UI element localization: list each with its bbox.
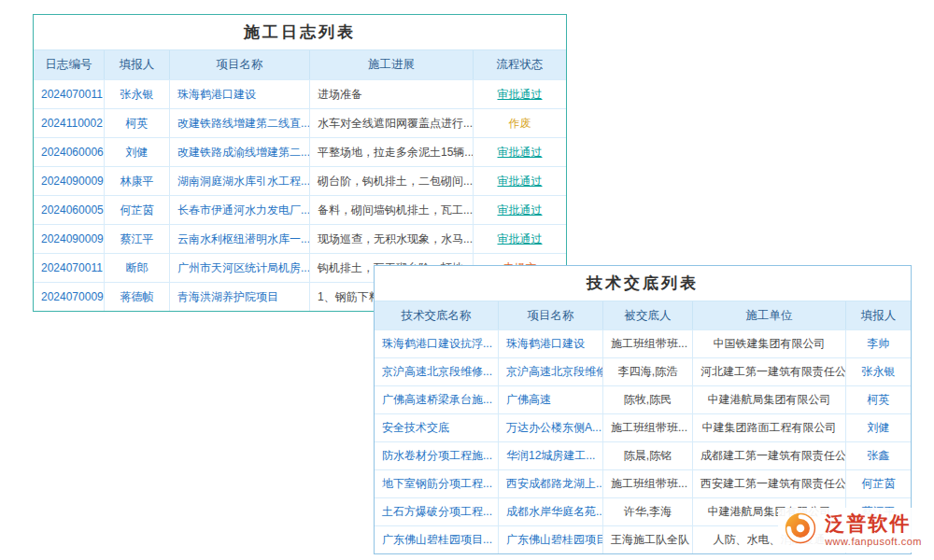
unit-cell: 成都建工第一建筑有限责任公司 [692,441,845,469]
column-header-flow-status: 流程状态 [473,50,566,79]
progress-cell: 水车对全线遮阳网覆盖点进行... [309,108,473,137]
log-id-cell[interactable]: 2024060006 [34,137,104,166]
receiver-cell: 陈牧,陈民 [602,385,692,413]
reporter-cell[interactable]: 林康平 [104,166,169,195]
unit-cell: 中建集团路面工程有限公司 [692,413,845,441]
log-id-cell[interactable]: 2024110002 [34,108,104,137]
status-cell[interactable]: 审批通过 [473,195,566,224]
log-table-row[interactable]: 2024110002 柯英 改建铁路线增建第二线直... 水车对全线遮阳网覆盖点… [34,108,566,137]
column-header-unit: 施工单位 [692,301,845,329]
log-table-row[interactable]: 2024070011 张永银 珠海鹤港口建设 进场准备 审批通过 [34,79,566,108]
project-cell[interactable]: 珠海鹤港口建设 [498,329,602,357]
reporter-cell[interactable]: 刘健 [845,413,911,441]
log-id-cell[interactable]: 2024070011 [34,253,104,282]
progress-cell: 备料，砌间墙钩机排土，瓦工... [309,195,473,224]
reporter-cell[interactable]: 张鑫 [845,441,911,469]
reporter-cell[interactable]: 李帅 [845,329,911,357]
project-cell[interactable]: 华润12城房建工... [498,441,602,469]
disclosure-name-cell[interactable]: 地下室钢筋分项工程... [375,469,498,497]
project-cell[interactable]: 改建铁路线增建第二线直... [169,108,309,137]
column-header-disclosure-name: 技术交底名称 [375,301,498,329]
unit-cell: 中国铁建集团有限公司 [692,329,845,357]
fanpu-brand-name: 泛普软件 [825,513,911,535]
column-header-project: 项目名称 [169,50,309,79]
reporter-cell[interactable]: 张永银 [104,79,169,108]
reporter-cell[interactable]: 蔡江平 [104,224,169,253]
log-id-cell[interactable]: 2024090009 [34,166,104,195]
project-cell[interactable]: 湖南洞庭湖水库引水工程... [169,166,309,195]
disclosure-name-cell[interactable]: 珠海鹤港口建设抗浮... [375,329,498,357]
disclosure-table-row[interactable]: 安全技术交底 万达办公楼东侧A... 施工班组带班... 中建集团路面工程有限公… [375,413,911,441]
disclosure-name-cell[interactable]: 广佛高速桥梁承台施... [375,385,498,413]
column-header-reporter: 填报人 [845,301,911,329]
receiver-cell: 陈晨,陈铭 [602,441,692,469]
project-cell[interactable]: 珠海鹤港口建设 [169,79,309,108]
column-header-reporter: 填报人 [104,50,169,79]
receiver-cell: 施工班组带班... [602,469,692,497]
unit-cell: 中建港航局集团有限公司 [692,385,845,413]
project-cell[interactable]: 成都水岸华庭名苑... [498,497,602,525]
column-header-log-id: 日志编号 [34,50,104,79]
reporter-cell[interactable]: 柯英 [845,385,911,413]
column-header-progress: 施工进展 [309,50,473,79]
progress-cell: 平整场地，拉走多余泥土15辆... [309,137,473,166]
disclosure-table-row[interactable]: 广佛高速桥梁承台施... 广佛高速 陈牧,陈民 中建港航局集团有限公司 柯英 [375,385,911,413]
disclosure-table-row[interactable]: 珠海鹤港口建设抗浮... 珠海鹤港口建设 施工班组带班... 中国铁建集团有限公… [375,329,911,357]
reporter-cell[interactable]: 刘健 [104,137,169,166]
disclosure-name-cell[interactable]: 广东佛山碧桂园项目... [375,525,498,553]
receiver-cell: 王海施工队全队 [602,525,692,553]
reporter-cell[interactable]: 何芷茵 [845,469,911,497]
receiver-cell: 施工班组带班... [602,413,692,441]
status-cell[interactable]: 审批通过 [473,79,566,108]
log-table-row[interactable]: 2024060005 何芷茵 长春市伊通河水力发电厂... 备料，砌间墙钩机排土… [34,195,566,224]
receiver-cell: 施工班组带班... [602,329,692,357]
status-cell[interactable]: 审批通过 [473,166,566,195]
disclosure-name-cell[interactable]: 京沪高速北京段维修... [375,357,498,385]
unit-cell: 河北建工第一建筑有限责任公司 [692,357,845,385]
log-id-cell[interactable]: 2024070011 [34,79,104,108]
status-cell[interactable]: 审批通过 [473,224,566,253]
unit-cell: 西安建工第一建筑有限责任公司 [692,469,845,497]
project-cell[interactable]: 西安成都路龙湖上... [498,469,602,497]
progress-cell: 进场准备 [309,79,473,108]
project-cell[interactable]: 云南水利枢纽潜明水库一... [169,224,309,253]
disclosure-name-cell[interactable]: 安全技术交底 [375,413,498,441]
construction-log-header: 日志编号 填报人 项目名称 施工进展 流程状态 [34,50,566,79]
reporter-cell[interactable]: 柯英 [104,108,169,137]
reporter-cell[interactable]: 断郎 [104,253,169,282]
progress-cell: 现场巡查，无积水现象，水马... [309,224,473,253]
project-cell[interactable]: 万达办公楼东侧A... [498,413,602,441]
receiver-cell: 李四海,陈浩 [602,357,692,385]
project-cell[interactable]: 改建铁路成渝线增建第二... [169,137,309,166]
status-cell[interactable]: 作废 [473,108,566,137]
reporter-cell[interactable]: 张永银 [845,357,911,385]
fanpu-url: www.fanpusoft.com [825,536,922,547]
receiver-cell: 许华,李海 [602,497,692,525]
progress-cell: 砌台阶，钩机排土，二包砌间... [309,166,473,195]
log-table-row[interactable]: 2024090009 蔡江平 云南水利枢纽潜明水库一... 现场巡查，无积水现象… [34,224,566,253]
disclosure-name-cell[interactable]: 防水卷材分项工程施... [375,441,498,469]
disclosure-table-row[interactable]: 防水卷材分项工程施... 华润12城房建工... 陈晨,陈铭 成都建工第一建筑有… [375,441,911,469]
fanpu-logo-icon [783,511,818,550]
project-cell[interactable]: 广东佛山碧桂园项目 [498,525,602,553]
log-table-row[interactable]: 2024060006 刘健 改建铁路成渝线增建第二... 平整场地，拉走多余泥土… [34,137,566,166]
project-cell[interactable]: 广佛高速 [498,385,602,413]
project-cell[interactable]: 长春市伊通河水力发电厂... [169,195,309,224]
project-cell[interactable]: 京沪高速北京段维修 [498,357,602,385]
fanpu-watermark: 泛普软件 www.fanpusoft.com [778,508,927,553]
disclosure-table-row[interactable]: 地下室钢筋分项工程... 西安成都路龙湖上... 施工班组带班... 西安建工第… [375,469,911,497]
project-cell[interactable]: 青海洪湖养护院项目 [169,282,309,311]
reporter-cell[interactable]: 何芷茵 [104,195,169,224]
log-table-row[interactable]: 2024090009 林康平 湖南洞庭湖水库引水工程... 砌台阶，钩机排土，二… [34,166,566,195]
reporter-cell[interactable]: 蒋德帧 [104,282,169,311]
project-cell[interactable]: 广州市天河区统计局机房... [169,253,309,282]
disclosure-name-cell[interactable]: 土石方爆破分项工程... [375,497,498,525]
column-header-project-name: 项目名称 [498,301,602,329]
technical-disclosure-header: 技术交底名称 项目名称 被交底人 施工单位 填报人 [375,301,911,329]
disclosure-table-row[interactable]: 京沪高速北京段维修... 京沪高速北京段维修 李四海,陈浩 河北建工第一建筑有限… [375,357,911,385]
log-id-cell[interactable]: 2024060005 [34,195,104,224]
status-cell[interactable]: 审批通过 [473,137,566,166]
log-id-cell[interactable]: 2024090009 [34,224,104,253]
log-id-cell[interactable]: 2024070009 [34,282,104,311]
technical-disclosure-title: 技术交底列表 [375,266,911,301]
